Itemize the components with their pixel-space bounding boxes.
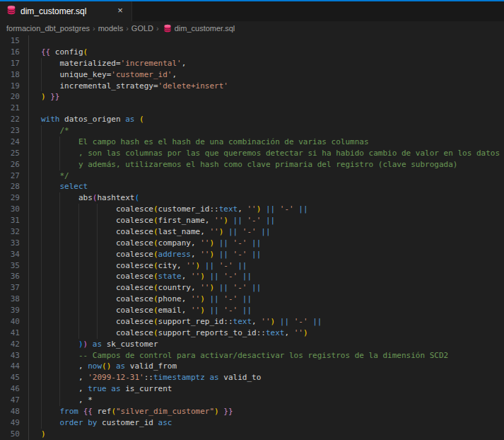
- line-number[interactable]: 26: [0, 159, 20, 170]
- code-line[interactable]: 17 materialized='incremental',: [0, 58, 504, 69]
- line-number[interactable]: 27: [0, 170, 20, 182]
- code-line[interactable]: 49 order by customer_id asc: [0, 417, 504, 429]
- code-line[interactable]: 34 coalesce(address, '') || '-' ||: [0, 249, 504, 260]
- line-number[interactable]: 40: [0, 316, 20, 328]
- line-number[interactable]: 46: [0, 383, 20, 395]
- line-number[interactable]: 47: [0, 395, 20, 406]
- line-number[interactable]: 50: [0, 429, 20, 440]
- code-line[interactable]: 24 El campo hash es el hash de una combi…: [0, 137, 504, 148]
- code-line[interactable]: 16{{ config(: [0, 47, 504, 58]
- line-number[interactable]: 41: [0, 328, 20, 339]
- code-text[interactable]: materialized='incremental',: [41, 58, 504, 69]
- code-line[interactable]: 40 coalesce(support_rep_id::text, '') ||…: [0, 316, 504, 328]
- line-number[interactable]: 18: [0, 69, 20, 81]
- code-text[interactable]: coalesce(email, '') || '-' ||: [41, 305, 504, 316]
- breadcrumb-item[interactable]: GOLD: [131, 24, 153, 33]
- code-text[interactable]: [41, 103, 504, 114]
- line-number[interactable]: 43: [0, 350, 20, 361]
- code-text[interactable]: coalesce(address, '') || '-' ||: [41, 249, 504, 260]
- code-line[interactable]: 39 coalesce(email, '') || '-' ||: [0, 305, 504, 316]
- line-number[interactable]: 37: [0, 282, 20, 294]
- line-number[interactable]: 21: [0, 103, 20, 114]
- code-text[interactable]: , *: [41, 395, 504, 406]
- line-number[interactable]: 29: [0, 192, 20, 204]
- code-line[interactable]: 33 coalesce(company, '') || '-' ||: [0, 238, 504, 249]
- line-number[interactable]: 45: [0, 372, 20, 383]
- code-line[interactable]: 42 )) as sk_customer: [0, 339, 504, 350]
- line-number[interactable]: 28: [0, 181, 20, 192]
- code-line[interactable]: 30 coalesce(customer_id::text, '') || '-…: [0, 204, 504, 215]
- close-icon[interactable]: ×: [115, 6, 126, 17]
- code-text[interactable]: unique_key='customer_id',: [41, 69, 504, 81]
- code-line[interactable]: 48 from {{ ref("silver_dim_customer") }}: [0, 406, 504, 417]
- code-line[interactable]: 31 coalesce(first_name, '') || '-' ||: [0, 215, 504, 226]
- code-line[interactable]: 50): [0, 429, 504, 440]
- line-number[interactable]: 31: [0, 215, 20, 226]
- code-line[interactable]: 20) }}: [0, 91, 504, 103]
- code-line[interactable]: 27 */: [0, 170, 504, 182]
- code-text[interactable]: coalesce(company, '') || '-' ||: [41, 238, 504, 249]
- code-line[interactable]: 22with datos_origen as (: [0, 114, 504, 125]
- line-number[interactable]: 16: [0, 47, 20, 58]
- code-line[interactable]: 41 coalesce(support_reports_to_id::text,…: [0, 328, 504, 339]
- code-text[interactable]: , now() as valid_from: [41, 361, 504, 372]
- line-number[interactable]: 38: [0, 294, 20, 305]
- code-line[interactable]: 36 coalesce(state, '') || '-' ||: [0, 271, 504, 282]
- code-text[interactable]: , son las columnas por las que queremos …: [41, 148, 504, 159]
- code-text[interactable]: coalesce(support_reports_to_id::text, ''…: [41, 328, 504, 339]
- code-text[interactable]: ): [41, 429, 504, 440]
- code-text[interactable]: [41, 35, 504, 47]
- code-text[interactable]: coalesce(support_rep_id::text, '') || '-…: [41, 316, 504, 328]
- line-number[interactable]: 49: [0, 417, 20, 429]
- line-number[interactable]: 22: [0, 114, 20, 125]
- line-number[interactable]: 48: [0, 406, 20, 417]
- code-editor[interactable]: 1516{{ config(17 materialized='increment…: [0, 35, 504, 440]
- code-text[interactable]: {{ config(: [41, 47, 504, 58]
- code-line[interactable]: 38 coalesce(phone, '') || '-' ||: [0, 294, 504, 305]
- code-line[interactable]: 46 , true as is_current: [0, 383, 504, 395]
- code-text[interactable]: coalesce(state, '') || '-' ||: [41, 271, 504, 282]
- line-number[interactable]: 39: [0, 305, 20, 316]
- code-line[interactable]: 32 coalesce(last_name, '') || '-' ||: [0, 226, 504, 238]
- code-line[interactable]: 19 incremental_strategy='delete+insert': [0, 81, 504, 92]
- code-line[interactable]: 35 coalesce(city, '') || '-' ||: [0, 260, 504, 272]
- code-text[interactable]: /*: [41, 125, 504, 137]
- code-text[interactable]: coalesce(first_name, '') || '-' ||: [41, 215, 504, 226]
- line-number[interactable]: 36: [0, 271, 20, 282]
- breadcrumb-item[interactable]: models: [98, 24, 123, 33]
- code-text[interactable]: coalesce(last_name, '') || '-' ||: [41, 226, 504, 238]
- code-line[interactable]: 28 select: [0, 181, 504, 192]
- code-text[interactable]: , '2099-12-31'::timestamptz as valid_to: [41, 372, 504, 383]
- line-number[interactable]: 23: [0, 125, 20, 137]
- code-text[interactable]: abs(hashtext(: [41, 192, 504, 204]
- code-text[interactable]: -- Campos de control para activar/desact…: [41, 350, 504, 361]
- line-number[interactable]: 15: [0, 35, 20, 47]
- code-text[interactable]: )) as sk_customer: [41, 339, 504, 350]
- code-line[interactable]: 23 /*: [0, 125, 504, 137]
- line-number[interactable]: 17: [0, 58, 20, 69]
- code-text[interactable]: ) }}: [41, 91, 504, 103]
- line-number[interactable]: 32: [0, 226, 20, 238]
- code-text[interactable]: incremental_strategy='delete+insert': [41, 81, 504, 92]
- code-line[interactable]: 45 , '2099-12-31'::timestamptz as valid_…: [0, 372, 504, 383]
- code-line[interactable]: 21: [0, 103, 504, 114]
- code-text[interactable]: with datos_origen as (: [41, 114, 504, 125]
- code-line[interactable]: 37 coalesce(country, '') || '-' ||: [0, 282, 504, 294]
- code-text[interactable]: y además, utilizaremos el hash como clav…: [41, 159, 504, 170]
- line-number[interactable]: 35: [0, 260, 20, 272]
- line-number[interactable]: 19: [0, 81, 20, 92]
- code-line[interactable]: 47 , *: [0, 395, 504, 406]
- code-text[interactable]: */: [41, 170, 504, 182]
- code-text[interactable]: coalesce(country, '') || '-' ||: [41, 282, 504, 294]
- line-number[interactable]: 30: [0, 204, 20, 215]
- line-number[interactable]: 44: [0, 361, 20, 372]
- code-text[interactable]: from {{ ref("silver_dim_customer") }}: [41, 406, 504, 417]
- tab-dim-customer-sql[interactable]: dim_customer.sql ×: [0, 1, 132, 21]
- code-text[interactable]: coalesce(city, '') || '-' ||: [41, 260, 504, 272]
- line-number[interactable]: 24: [0, 137, 20, 148]
- code-line[interactable]: 29 abs(hashtext(: [0, 192, 504, 204]
- code-line[interactable]: 26 y además, utilizaremos el hash como c…: [0, 159, 504, 170]
- code-line[interactable]: 44 , now() as valid_from: [0, 361, 504, 372]
- code-line[interactable]: 15: [0, 35, 504, 47]
- code-line[interactable]: 43 -- Campos de control para activar/des…: [0, 350, 504, 361]
